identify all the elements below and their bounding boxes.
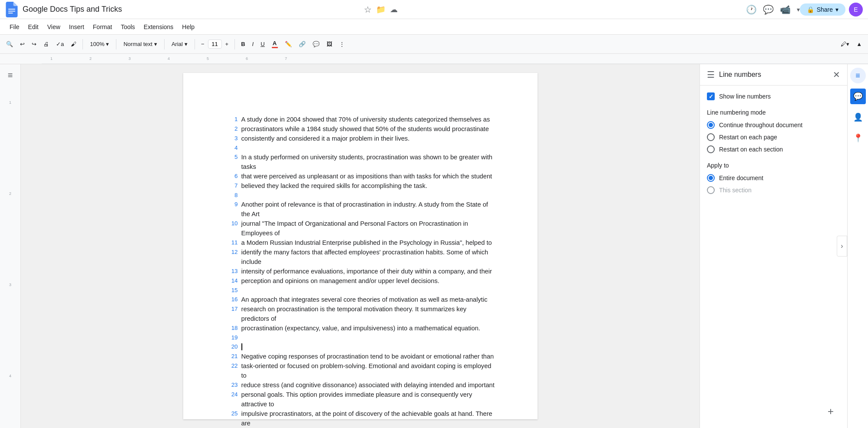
font-size-decrease-button[interactable]: − [198, 39, 207, 49]
meet-icon[interactable]: 📹 [780, 4, 791, 15]
radio-restart-page[interactable] [707, 133, 715, 141]
line-content: personal goals. This option provides imm… [241, 390, 496, 409]
document-line: 23reduce stress (and cognitive dissonanc… [225, 380, 496, 390]
image-button[interactable]: 🖼 [324, 39, 335, 49]
text-color-button[interactable]: A [269, 38, 281, 50]
document-line: 13intensity of performance evaluations, … [225, 267, 496, 276]
toolbar-separator-3 [164, 39, 165, 49]
line-number: 1 [225, 115, 238, 124]
toolbar-separator-5 [234, 39, 235, 49]
document-line: 18procrastination (expectancy, value, an… [225, 323, 496, 333]
menu-view[interactable]: View [43, 22, 65, 32]
avatar[interactable]: E [849, 3, 863, 16]
line-number: 2 [225, 124, 238, 133]
zoom-dropdown[interactable]: 100% ▾ [86, 39, 112, 49]
menu-file[interactable]: File [5, 22, 24, 32]
bold-button[interactable]: B [238, 39, 248, 49]
share-chevron-icon: ▾ [835, 6, 838, 13]
radio-entire-document[interactable] [707, 174, 715, 182]
line-content: journal "The Impact of Organizational an… [241, 219, 496, 238]
radio-continue-throughout[interactable] [707, 121, 715, 129]
ruler-inner: 1 2 3 4 5 6 7 [42, 54, 868, 64]
line-number: 17 [225, 304, 238, 313]
document-line: 25impulsive procrastinators, at the poin… [225, 409, 496, 428]
zoom-chevron-icon: ▾ [106, 41, 109, 47]
menu-format[interactable]: Format [89, 22, 116, 32]
edge-panel-chat[interactable]: 💬 [850, 89, 866, 104]
edge-panel-line-numbers[interactable]: ≡ [850, 68, 866, 83]
sidebar-title-container: ☰ Line numbers [707, 69, 833, 80]
italic-button[interactable]: I [250, 39, 257, 49]
show-line-numbers-checkbox[interactable] [707, 92, 715, 100]
menu-extensions[interactable]: Extensions [139, 22, 178, 32]
radio-entire-document-label: Entire document [719, 174, 763, 181]
close-sidebar-button[interactable]: ✕ [833, 69, 840, 80]
line-content: task-oriented or focused on problem-solv… [241, 361, 496, 380]
comment-button[interactable]: 💬 [310, 39, 322, 49]
menu-tools[interactable]: Tools [116, 22, 139, 32]
document-title[interactable]: Google Docs Tips and Tricks [23, 5, 364, 14]
comments-icon[interactable]: 💬 [763, 4, 774, 15]
svg-text:2: 2 [89, 56, 92, 61]
font-size-input[interactable]: 11 [208, 40, 222, 49]
edge-panel-contacts[interactable]: 👤 [850, 109, 866, 125]
menu-edit[interactable]: Edit [24, 22, 43, 32]
underline-button[interactable]: U [258, 39, 267, 49]
font-size-increase-button[interactable]: + [223, 39, 231, 49]
line-number: 13 [225, 267, 238, 276]
document-line: 22task-oriented or focused on problem-so… [225, 361, 496, 380]
numbering-mode-option-1[interactable]: Restart on each page [707, 133, 840, 141]
undo-button[interactable]: ↩ [17, 39, 27, 49]
star-icon[interactable]: ☆ [364, 4, 372, 15]
font-dropdown[interactable]: Arial ▾ [168, 39, 191, 49]
menu-insert[interactable]: Insert [65, 22, 89, 32]
numbering-mode-title: Line numbering mode [707, 109, 840, 116]
line-number: 11 [225, 238, 238, 247]
apply-to-group: Entire document This section [707, 174, 840, 194]
document-line: 15 [225, 286, 496, 295]
document-line: 3consistently and considered it a major … [225, 134, 496, 143]
page-marker-3: 3 [9, 283, 11, 287]
meet-chevron-icon[interactable]: ▾ [797, 6, 800, 13]
outline-icon[interactable]: ≡ [5, 68, 16, 83]
line-content: reduce stress (and cognitive dissonance)… [241, 380, 496, 390]
document-page[interactable]: 1A study done in 2004 showed that 70% of… [183, 73, 538, 419]
collapse-sidebar-button[interactable]: › [837, 236, 847, 257]
apply-entire-document[interactable]: Entire document [707, 174, 840, 182]
print-button[interactable]: 🖨 [41, 39, 52, 49]
title-bar: Google Docs Tips and Tricks ☆ 📁 ☁ 🕐 💬 📹 … [0, 0, 868, 19]
svg-text:6: 6 [246, 56, 248, 61]
redo-button[interactable]: ↪ [29, 39, 39, 49]
paint-format-button[interactable]: 🖌 [68, 39, 79, 49]
formatting-options-button[interactable]: 🖊▾ [838, 39, 852, 49]
line-content: impulsive procrastinators, at the point … [241, 409, 496, 428]
highlight-button[interactable]: ✏️ [282, 39, 294, 49]
document-line: 9Another point of relevance is that of p… [225, 200, 496, 219]
cloud-icon[interactable]: ☁ [390, 5, 398, 14]
edge-panel-maps[interactable]: 📍 [850, 130, 866, 146]
link-button[interactable]: 🔗 [296, 39, 308, 49]
highlight-icon: ✏️ [285, 41, 292, 47]
style-dropdown[interactable]: Normal text ▾ [120, 39, 160, 49]
font-chevron-icon: ▾ [185, 41, 188, 47]
spellcheck-button[interactable]: ✓a [53, 39, 66, 49]
text-cursor [241, 343, 244, 350]
radio-restart-section[interactable] [707, 145, 715, 153]
numbering-mode-option-2[interactable]: Restart on each section [707, 145, 840, 153]
collapse-toolbar-button[interactable]: ▲ [854, 39, 865, 49]
add-button[interactable]: + [823, 404, 838, 419]
menu-help[interactable]: Help [178, 22, 199, 32]
more-toolbar-button[interactable]: ⋮ [337, 39, 347, 49]
history-icon[interactable]: 🕐 [746, 4, 757, 15]
toolbar: 🔍 ↩ ↪ 🖨 ✓a 🖌 100% ▾ Normal text ▾ Arial … [0, 35, 868, 54]
numbering-mode-option-0[interactable]: Continue throughout document [707, 121, 840, 129]
page-marker-4: 4 [9, 374, 11, 378]
search-button[interactable]: 🔍 [3, 39, 16, 49]
share-button[interactable]: 🔒 Share ▾ [800, 3, 845, 16]
folder-icon[interactable]: 📁 [376, 5, 386, 14]
svg-rect-1 [8, 10, 15, 11]
line-number: 14 [225, 276, 238, 285]
document-area[interactable]: 1A study done in 2004 showed that 70% of… [21, 64, 700, 428]
line-number: 18 [225, 323, 238, 333]
font-label: Arial [172, 41, 183, 47]
